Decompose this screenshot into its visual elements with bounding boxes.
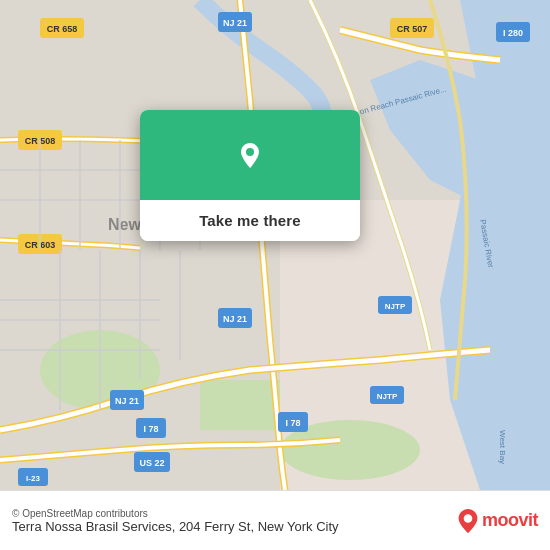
moovit-pin-icon — [458, 509, 478, 533]
svg-text:NJ 21: NJ 21 — [223, 314, 247, 324]
svg-text:US 22: US 22 — [139, 458, 164, 468]
svg-text:I 78: I 78 — [143, 424, 158, 434]
svg-text:CR 507: CR 507 — [397, 24, 428, 34]
svg-text:I-23: I-23 — [26, 474, 40, 483]
svg-text:NJ 21: NJ 21 — [223, 18, 247, 28]
map-background: CR 658 NJ 21 CR 507 I 280 CR 508 CR 603 … — [0, 0, 550, 490]
business-info: Terra Nossa Brasil Services, 204 Ferry S… — [12, 519, 448, 534]
svg-text:CR 658: CR 658 — [47, 24, 78, 34]
svg-rect-6 — [200, 380, 280, 430]
moovit-brand-text: moovit — [482, 510, 538, 531]
svg-text:West Bay: West Bay — [498, 430, 507, 464]
svg-text:NJ 21: NJ 21 — [115, 396, 139, 406]
location-pin-icon — [228, 133, 272, 177]
bottom-bar: © OpenStreetMap contributors Terra Nossa… — [0, 490, 550, 550]
svg-text:I 78: I 78 — [285, 418, 300, 428]
popup-header — [140, 110, 360, 200]
map-container: CR 658 NJ 21 CR 507 I 280 CR 508 CR 603 … — [0, 0, 550, 490]
take-me-there-button[interactable]: Take me there — [140, 200, 360, 241]
svg-text:I 280: I 280 — [503, 28, 523, 38]
moovit-logo: moovit — [458, 509, 538, 533]
svg-point-56 — [464, 514, 473, 523]
svg-text:NJTP: NJTP — [385, 302, 406, 311]
osm-attribution: © OpenStreetMap contributors — [12, 508, 448, 519]
svg-point-55 — [246, 148, 254, 156]
svg-text:NJTP: NJTP — [377, 392, 398, 401]
popup-card: Take me there — [140, 110, 360, 241]
